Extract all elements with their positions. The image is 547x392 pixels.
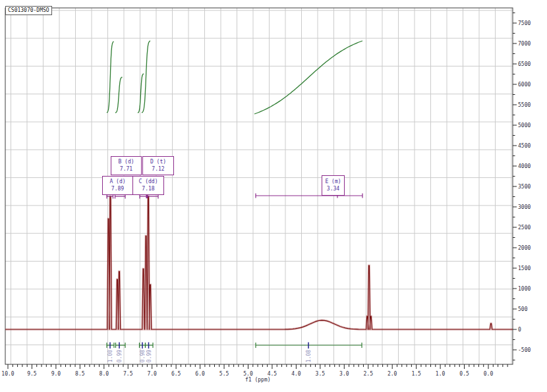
x-tick-label: 2.0 (388, 371, 397, 377)
grid (5, 8, 513, 364)
x-tick-label: 9.0 (51, 371, 61, 377)
x-tick-label: 10.0 (1, 371, 14, 377)
y-tick-label: 1500 (518, 266, 531, 271)
spectrum-title: CS013070-DMSO (5, 6, 52, 15)
integral-curve[interactable] (142, 41, 150, 113)
y-tick-label: 4500 (518, 143, 531, 149)
y-tick-label: 5000 (518, 123, 531, 128)
y-tick-label: 3000 (518, 204, 531, 210)
x-tick-label: 4.0 (291, 371, 301, 377)
multiplet-box-b[interactable]: B (d) 7.71 (111, 156, 142, 175)
y-tick-label: 6500 (518, 61, 531, 67)
x-tick-label: 5.0 (243, 371, 253, 377)
multiplet-shift: 7.12 (143, 166, 173, 173)
multiplet-shift: 7.71 (111, 166, 141, 173)
multiplet-box-a[interactable]: A (d) 7.89 (102, 176, 133, 195)
x-tick-label: 5.5 (219, 371, 229, 377)
y-tick-label: 0 (518, 327, 521, 333)
y-tick-label: -500 (518, 347, 531, 353)
multiplet-label: A (d) (103, 179, 132, 186)
spectrum-canvas: 10.09.59.08.58.07.57.06.56.05.55.04.54.0… (0, 0, 547, 392)
x-tick-label: 0.5 (459, 371, 469, 377)
x-tick-label: 9.5 (27, 371, 37, 377)
multiplet-label: D (t) (143, 159, 173, 166)
integral-curve[interactable] (254, 41, 362, 114)
x-tick-label: 7.5 (123, 371, 133, 377)
x-tick-label: 7.0 (147, 371, 157, 377)
y-tick-label: 2000 (518, 245, 531, 251)
multiplet-box-d[interactable]: D (t) 7.12 (142, 156, 174, 175)
y-tick-label: 7000 (518, 41, 531, 47)
integral-curve[interactable] (138, 74, 144, 113)
y-tick-label: 4000 (518, 163, 531, 169)
spectrum-glow (5, 196, 513, 329)
integral-curve[interactable] (115, 77, 123, 113)
integral-value-label[interactable]: 0.99 (146, 349, 152, 364)
integral-value-label[interactable]: 0.98 (140, 349, 146, 364)
nmr-viewer: 10.09.59.08.58.07.57.06.56.05.55.04.54.0… (0, 0, 547, 392)
integral-value-label[interactable]: 0.99 (117, 349, 123, 364)
x-tick-label: 1.0 (436, 371, 446, 377)
x-tick-label: 0.0 (484, 371, 494, 377)
x-tick-label: 6.0 (195, 371, 205, 377)
y-tick-label: 5500 (518, 102, 531, 108)
multiplet-label: E (m) (322, 179, 344, 186)
x-tick-label: 3.5 (316, 371, 326, 377)
multiplet-shift: 7.18 (133, 186, 163, 193)
multiplet-label: B (d) (111, 159, 141, 166)
y-tick-label: 3500 (518, 184, 531, 190)
multiplet-box-e[interactable]: E (m) 3.34 (322, 175, 345, 196)
x-tick-label: 8.5 (75, 371, 85, 377)
y-tick-label: 6000 (518, 82, 531, 88)
y-tick-label: 7500 (518, 20, 531, 26)
multiplet-label: C (dd) (133, 179, 163, 186)
y-tick-label: 500 (518, 306, 528, 312)
x-tick-label: 4.5 (268, 371, 277, 377)
multiplet-range-bracket[interactable] (256, 194, 362, 198)
multiplet-box-c[interactable]: C (dd) 7.18 (132, 176, 164, 195)
x-tick-label: 6.5 (171, 371, 181, 377)
x-tick-label: 8.0 (100, 371, 109, 377)
x-tick-label: 2.5 (364, 371, 374, 377)
integral-value-label[interactable]: 1.08 (306, 349, 312, 364)
integral-value-label[interactable]: 1.00 (107, 349, 113, 364)
plot-border (5, 8, 513, 364)
spectrum-trace (5, 196, 513, 329)
multiplet-shift: 7.89 (103, 186, 132, 193)
x-axis: 10.09.59.08.58.07.57.06.56.05.55.04.54.0… (1, 364, 507, 377)
y-tick-label: 1000 (518, 286, 531, 292)
y-axis: 7500700065006000550050004500400035003000… (513, 13, 531, 360)
x-axis-title: f1 (ppm) (245, 377, 271, 383)
x-tick-label: 1.5 (411, 371, 421, 377)
multiplet-shift: 3.34 (322, 186, 344, 193)
x-tick-label: 3.0 (339, 371, 349, 377)
y-tick-label: 2500 (518, 225, 531, 231)
